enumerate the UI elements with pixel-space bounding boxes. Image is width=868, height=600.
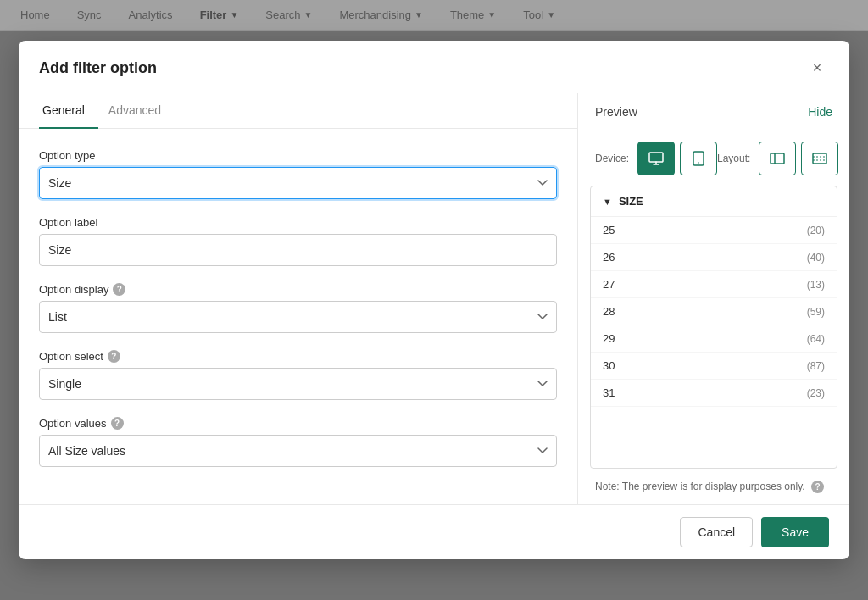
option-label-input[interactable] xyxy=(39,234,557,266)
device-desktop-button[interactable] xyxy=(637,142,675,175)
preview-item-value: 27 xyxy=(603,278,615,291)
modal-body: General Advanced Option type Size xyxy=(19,93,849,504)
right-panel: Preview Hide Device: xyxy=(578,93,849,504)
svg-rect-3 xyxy=(771,153,784,164)
preview-note: Note: The preview is for display purpose… xyxy=(578,469,849,504)
option-type-label: Option type xyxy=(39,149,557,162)
form-group-option-label: Option label xyxy=(39,216,557,266)
preview-header: Preview Hide xyxy=(578,93,849,131)
modal-footer: Cancel Save xyxy=(19,504,849,559)
preview-item-value: 25 xyxy=(603,224,615,236)
option-type-select[interactable]: Size Color Brand Price Category xyxy=(39,167,557,199)
device-label: Device: xyxy=(595,153,629,164)
option-display-label: Option display ? xyxy=(39,283,557,296)
layout-dots-icon xyxy=(811,150,828,167)
modal-header: Add filter option × xyxy=(19,41,849,93)
tabs: General Advanced xyxy=(19,93,577,129)
modal-overlay: Add filter option × General Advanced xyxy=(0,0,868,600)
tablet-icon xyxy=(690,150,707,167)
modal-container: Add filter option × General Advanced xyxy=(19,41,849,559)
preview-section-title: SIZE xyxy=(619,195,643,208)
svg-point-2 xyxy=(698,162,699,164)
preview-item-count: (40) xyxy=(807,252,825,264)
cancel-button[interactable]: Cancel xyxy=(680,517,753,547)
tab-general[interactable]: General xyxy=(39,93,98,129)
option-values-label: Option values ? xyxy=(39,417,557,430)
preview-item-26: 26 (40) xyxy=(591,244,837,271)
option-select-label: Option select ? xyxy=(39,350,557,363)
svg-rect-5 xyxy=(813,153,826,164)
form-area: Option type Size Color Brand Price Categ… xyxy=(19,129,577,504)
option-values-help-icon[interactable]: ? xyxy=(111,417,124,430)
layout-dots-button[interactable] xyxy=(801,142,838,175)
modal-close-button[interactable]: × xyxy=(805,56,829,80)
device-section: Device: xyxy=(595,142,717,175)
layout-label: Layout: xyxy=(717,153,750,164)
save-button[interactable]: Save xyxy=(761,517,829,547)
tab-advanced[interactable]: Advanced xyxy=(105,93,175,129)
layout-left-icon xyxy=(769,150,786,167)
svg-rect-0 xyxy=(649,153,663,162)
option-label-label: Option label xyxy=(39,216,557,229)
preview-item-count: (23) xyxy=(807,387,825,399)
desktop-icon xyxy=(648,150,665,167)
preview-item-value: 31 xyxy=(603,386,615,399)
form-group-option-values: Option values ? All Size values Custom v… xyxy=(39,417,557,467)
form-group-option-type: Option type Size Color Brand Price Categ… xyxy=(39,149,557,199)
option-display-select[interactable]: List Dropdown Checkbox Swatch xyxy=(39,301,557,333)
device-tablet-button[interactable] xyxy=(680,142,717,175)
preview-item-count: (87) xyxy=(807,360,825,372)
preview-note-help-icon[interactable]: ? xyxy=(811,481,824,493)
layout-left-sidebar-button[interactable] xyxy=(759,142,796,175)
option-values-select[interactable]: All Size values Custom values xyxy=(39,435,557,467)
option-display-help-icon[interactable]: ? xyxy=(113,283,125,296)
preview-item-value: 29 xyxy=(603,332,615,345)
left-panel: General Advanced Option type Size xyxy=(19,93,578,504)
preview-item-value: 30 xyxy=(603,359,615,372)
preview-item-count: (13) xyxy=(807,279,825,291)
preview-item-25: 25 (20) xyxy=(591,217,837,244)
preview-wrapper: ▼ SIZE 25 (20) 26 (40) 27 xyxy=(578,186,849,469)
hide-link[interactable]: Hide xyxy=(808,105,832,119)
preview-item-value: 26 xyxy=(603,251,615,264)
modal-title: Add filter option xyxy=(39,59,157,77)
preview-item-31: 31 (23) xyxy=(591,380,837,407)
preview-item-value: 28 xyxy=(603,305,615,318)
preview-section-header: ▼ SIZE xyxy=(591,186,837,217)
preview-item-count: (20) xyxy=(807,225,825,236)
option-select-select[interactable]: Single Multiple xyxy=(39,368,557,400)
preview-item-count: (59) xyxy=(807,306,825,318)
preview-item-28: 28 (59) xyxy=(591,298,837,325)
preview-label: Preview xyxy=(595,105,637,119)
preview-item-count: (64) xyxy=(807,333,825,345)
form-group-option-select: Option select ? Single Multiple xyxy=(39,350,557,400)
preview-item-30: 30 (87) xyxy=(591,353,837,380)
option-select-help-icon[interactable]: ? xyxy=(108,350,120,363)
preview-item-27: 27 (13) xyxy=(591,271,837,298)
device-layout-row: Device: xyxy=(578,131,849,186)
preview-content: ▼ SIZE 25 (20) 26 (40) 27 xyxy=(590,186,837,469)
form-group-option-display: Option display ? List Dropdown Checkbox … xyxy=(39,283,557,333)
preview-section-arrow: ▼ xyxy=(603,197,612,207)
preview-item-29: 29 (64) xyxy=(591,325,837,353)
layout-section: Layout: xyxy=(717,142,838,175)
